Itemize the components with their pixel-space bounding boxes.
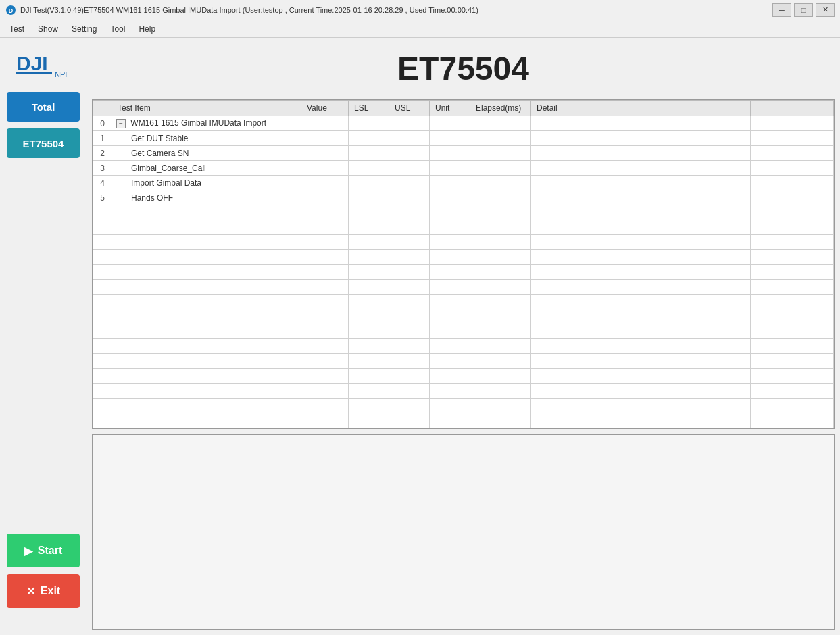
- app-icon: D: [5, 5, 16, 16]
- test-table: Test Item Value LSL USL Unit Elapsed(ms)…: [93, 100, 834, 428]
- row-testitem: Get Camera SN: [112, 146, 301, 161]
- minimize-button[interactable]: ─: [772, 3, 791, 17]
- main-container: DJI NPI Total ET75504 ▶ Start ✕ Exit ET7…: [0, 38, 840, 635]
- col-elapsed: Elapsed(ms): [470, 101, 531, 116]
- exit-button[interactable]: ✕ Exit: [7, 574, 80, 608]
- device-button[interactable]: ET75504: [7, 128, 80, 158]
- table-row-empty: [93, 369, 834, 384]
- title-bar-text: DJI Test(V3.1.0.49)ET75504 WM161 1615 Gi…: [20, 6, 772, 14]
- log-container: [92, 434, 835, 630]
- exit-label: Exit: [41, 585, 60, 597]
- row-usl: [389, 116, 430, 131]
- dji-logo: DJI NPI: [13, 45, 74, 78]
- collapse-button[interactable]: −: [116, 119, 126, 128]
- row-testitem: Get DUT Stable: [112, 131, 301, 146]
- svg-text:NPI: NPI: [55, 70, 67, 78]
- svg-text:DJI: DJI: [16, 52, 48, 74]
- play-icon: ▶: [24, 544, 32, 557]
- total-button[interactable]: Total: [7, 92, 80, 122]
- table-row-empty: [93, 295, 834, 309]
- device-title: ET75504: [92, 43, 835, 94]
- table-row-empty: [93, 384, 834, 399]
- row-num: 5: [93, 190, 112, 205]
- table-row: 2 Get Camera SN: [93, 146, 834, 161]
- col-usl: USL: [389, 101, 430, 116]
- col-unit: Unit: [430, 101, 470, 116]
- exit-icon: ✕: [26, 585, 35, 598]
- col-value: Value: [301, 101, 349, 116]
- col-testitem: Test Item: [112, 101, 301, 116]
- row-value: [301, 116, 349, 131]
- row-testitem: − WM161 1615 Gimbal IMUData Import: [112, 116, 301, 131]
- title-bar: D DJI Test(V3.1.0.49)ET75504 WM161 1615 …: [0, 0, 840, 20]
- col-extra2: [668, 101, 751, 116]
- table-row-empty: [93, 220, 834, 235]
- table-row: 3 Gimbal_Coarse_Cali: [93, 161, 834, 176]
- table-row-empty: [93, 339, 834, 354]
- table-row: 5 Hands OFF: [93, 190, 834, 205]
- svg-text:D: D: [9, 7, 14, 14]
- col-rownum: [93, 101, 112, 116]
- row-num: 4: [93, 176, 112, 190]
- row-testitem: Import Gimbal Data: [112, 176, 301, 190]
- test-table-container: Test Item Value LSL USL Unit Elapsed(ms)…: [92, 99, 835, 429]
- row-lsl: [349, 116, 389, 131]
- close-button[interactable]: ✕: [816, 3, 835, 17]
- row-elapsed: [470, 116, 531, 131]
- table-row-empty: [93, 354, 834, 369]
- row-num: 2: [93, 146, 112, 161]
- menu-tool[interactable]: Tool: [103, 22, 132, 36]
- table-row-empty: [93, 280, 834, 295]
- row-unit: [430, 116, 470, 131]
- col-lsl: LSL: [349, 101, 389, 116]
- maximize-button[interactable]: □: [794, 3, 813, 17]
- sidebar: DJI NPI Total ET75504 ▶ Start ✕ Exit: [0, 38, 87, 635]
- table-row-empty: [93, 250, 834, 265]
- table-row-empty: [93, 324, 834, 339]
- table-row-empty: [93, 265, 834, 280]
- table-row-empty: [93, 399, 834, 413]
- col-extra3: [751, 101, 834, 116]
- table-row-empty: [93, 309, 834, 324]
- row-num: 3: [93, 161, 112, 176]
- sidebar-bottom: ▶ Start ✕ Exit: [7, 534, 80, 635]
- table-row: 4 Import Gimbal Data: [93, 176, 834, 190]
- row-num: 0: [93, 116, 112, 131]
- table-row-empty: [93, 413, 834, 428]
- menu-bar: Test Show Setting Tool Help: [0, 20, 840, 38]
- row-testitem: Gimbal_Coarse_Cali: [112, 161, 301, 176]
- menu-test[interactable]: Test: [3, 22, 31, 36]
- table-row: 0 − WM161 1615 Gimbal IMUData Import: [93, 116, 834, 131]
- table-row: 1 Get DUT Stable: [93, 131, 834, 146]
- table-row-empty: [93, 235, 834, 250]
- title-bar-controls: ─ □ ✕: [772, 3, 835, 17]
- table-row-empty: [93, 205, 834, 220]
- menu-help[interactable]: Help: [132, 22, 162, 36]
- col-detail: Detail: [531, 101, 585, 116]
- menu-setting[interactable]: Setting: [65, 22, 103, 36]
- start-button[interactable]: ▶ Start: [7, 534, 80, 567]
- content-area: ET75504 Test Item Value LSL USL Unit Ela…: [87, 38, 840, 635]
- row-num: 1: [93, 131, 112, 146]
- row-detail: [531, 116, 585, 131]
- start-label: Start: [38, 544, 62, 557]
- row-testitem: Hands OFF: [112, 190, 301, 205]
- col-extra1: [585, 101, 668, 116]
- menu-show[interactable]: Show: [31, 22, 65, 36]
